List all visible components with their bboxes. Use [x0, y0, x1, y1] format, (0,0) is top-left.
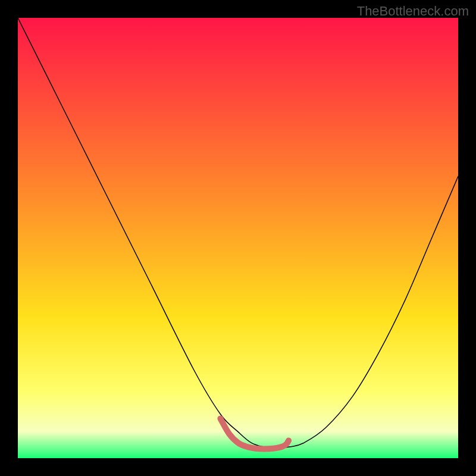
chart-svg: [18, 18, 458, 458]
chart-background: [18, 18, 458, 458]
chart-plot-area: [18, 18, 458, 458]
watermark-text: TheBottleneck.com: [357, 4, 469, 19]
